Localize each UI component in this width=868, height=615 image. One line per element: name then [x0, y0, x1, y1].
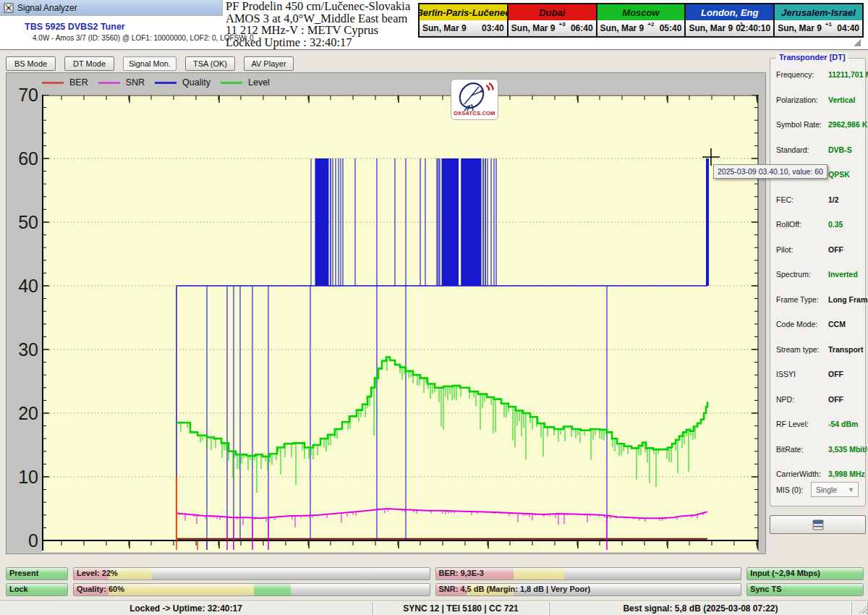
mis-row: MIS (0): Single ▼ — [776, 482, 861, 497]
field-value: -54 dBm — [828, 420, 858, 428]
clock-date: Sun, Mar 9 — [511, 23, 556, 33]
field-label: Polarization: — [776, 96, 828, 104]
tab-tsa-ok-[interactable]: TSA (OK) — [185, 56, 235, 71]
field-value: QPSK — [828, 170, 850, 179]
field-value: OFF — [828, 395, 843, 404]
field-label: NPD: — [776, 395, 828, 404]
mis-select[interactable]: Single ▼ — [811, 482, 859, 497]
field-value: Long Frame — [828, 295, 868, 304]
clock-time-row: Sun, Mar 903:40 — [420, 20, 507, 36]
clock-moscow: Moscow Sun, Mar 9+205:40 — [597, 4, 685, 36]
clock-date: Sun, Mar 9 — [600, 23, 644, 33]
chart-legend: BERSNRQualityLevel — [42, 77, 270, 88]
transponder-row-npd: NPD:OFF — [776, 395, 859, 404]
transponder-groupbox: Transponder [DT] Frequency:11211,701 MHz… — [770, 58, 866, 506]
top-header-band: Signal Analyzer TBS 5925 DVBS2 Tuner 4.0… — [0, 0, 868, 51]
legend-label: Level — [248, 77, 270, 88]
y-axis-label: 60 — [9, 148, 38, 169]
transponder-row-streamtype: Stream type:Transport — [776, 345, 859, 354]
transponder-row-frequency: Frequency:11211,701 MHz — [776, 70, 859, 79]
legend-item-level: Level — [221, 77, 270, 88]
field-label: BitRate: — [776, 445, 828, 454]
input-indicator: Input (~2,94 Mbps) — [746, 567, 864, 580]
meter-segment-yellow — [109, 584, 254, 595]
transponder-column: Transponder [DT] Frequency:11211,701 MHz… — [767, 51, 868, 557]
lock-indicator: Lock — [6, 583, 68, 596]
clock-resize-grip[interactable] — [854, 39, 861, 46]
field-value: Vertical — [828, 96, 855, 104]
tab-dt-mode[interactable]: DT Mode — [64, 56, 114, 71]
clock-time-row: Sun, Mar 9+104:40 — [775, 20, 862, 36]
dxsatcs-logo: DXSATCS.COM — [451, 79, 498, 120]
station-header-text: PF Prodelin 450 cm/Lučenec-SlovakiaAMOS … — [226, 1, 421, 48]
quality-meter: Quality: 60% — [73, 583, 430, 596]
meter-label: Input (~2,94 Mbps) — [750, 569, 820, 577]
field-value: OFF — [828, 370, 843, 378]
legend-swatch — [155, 82, 176, 84]
mis-label: MIS (0): — [776, 485, 811, 494]
world-clocks: Berlin-Paris-Lučenec Sun, Mar 903:40Duba… — [418, 3, 864, 38]
clock-london-eng: London, Eng Sun, Mar 9-102:40:10 — [686, 4, 773, 36]
tab-av-player[interactable]: AV Player — [244, 56, 294, 71]
transponder-row-spectrum: Spectrum:Inverted — [776, 270, 859, 279]
clock-city: Moscow — [597, 4, 685, 20]
signal-chart-panel: BERSNRQualityLevel DXSATCS.COM 010203040… — [6, 72, 766, 554]
statusbar-segment-1: SYNC 12 | TEI 5180 | CC 721 — [373, 602, 550, 615]
clock-city: Jerusalem-Israel — [775, 4, 862, 20]
transponder-row-carrierwidth: CarrierWidth:3,998 MHz — [776, 470, 859, 478]
table-icon — [812, 519, 824, 530]
field-label: FEC: — [776, 195, 828, 204]
field-label: CarrierWidth: — [776, 470, 828, 478]
clock-time: 04:40 — [837, 23, 859, 33]
field-label: Code Mode: — [776, 320, 828, 328]
chevron-down-icon: ▼ — [848, 486, 854, 493]
window-resize-grip[interactable] — [859, 605, 867, 614]
chart-tooltip: 2025-03-09 03.40.10, value: 60 — [713, 164, 827, 179]
legend-swatch — [42, 82, 64, 84]
transponder-title: Transponder [DT] — [776, 53, 848, 62]
syncts-indicator: Sync TS — [746, 583, 864, 596]
stream-tool-button[interactable] — [770, 515, 866, 534]
transponder-row-symbolrate: Symbol Rate:2962,986 KS/s — [776, 120, 859, 129]
transponder-row-polarization: Polarization:Vertical — [776, 96, 859, 104]
y-axis-label: 40 — [9, 276, 38, 297]
ber-meter: BER: 9,3E-3 — [435, 567, 742, 580]
statusbar: Locked -> Uptime: 32:40:17SYNC 12 | TEI … — [0, 601, 868, 615]
present-indicator: Present — [6, 567, 68, 580]
transponder-row-pilot: Pilot:OFF — [776, 245, 859, 254]
field-value: OFF — [828, 245, 843, 254]
legend-swatch — [221, 82, 242, 84]
clock-time-row: Sun, Mar 9+306:40 — [509, 20, 596, 36]
clock-utc-offset: -1 — [738, 21, 743, 27]
transponder-row-codemode: Code Mode:CCM — [776, 320, 859, 328]
tuner-info: TBS 5925 DVBS2 Tuner 4.0W - Amos 3/7 (ID… — [25, 22, 254, 42]
field-value: 3,535 Mbit/s — [828, 445, 868, 454]
clock-city: London, Eng — [686, 4, 773, 20]
meter-label: Sync TS — [750, 585, 781, 593]
tab-bs-mode[interactable]: BS Mode — [6, 56, 56, 71]
field-value: Inverted — [828, 270, 858, 279]
legend-item-ber: BER — [42, 77, 88, 88]
field-label: RollOff: — [776, 220, 828, 229]
y-axis-label: 20 — [9, 403, 38, 424]
mis-selected-value: Single — [816, 485, 837, 494]
logo-text: DXSATCS.COM — [454, 110, 495, 116]
signal-analyzer-window: Signal Analyzer TBS 5925 DVBS2 Tuner 4.0… — [0, 0, 868, 615]
level-meter: Level: 22% — [73, 567, 430, 580]
field-value: 2962,986 KS/s — [828, 120, 868, 129]
y-axis-label: 50 — [9, 212, 38, 233]
clock-date: Sun, Mar 9 — [689, 23, 733, 33]
transponder-row-bitrate: BitRate:3,535 Mbit/s — [776, 445, 859, 454]
clock-time: 05:40 — [660, 23, 682, 33]
clock-date: Sun, Mar 9 — [422, 23, 467, 33]
window-titlebar[interactable]: Signal Analyzer — [0, 0, 223, 16]
field-label: RF Level: — [776, 420, 828, 428]
clock-utc-offset: +3 — [558, 21, 565, 27]
chart-plot-area[interactable]: DXSATCS.COM — [42, 95, 759, 552]
legend-item-quality: Quality — [155, 77, 210, 88]
meter-label: Level: 22% — [77, 569, 118, 577]
tab-signal-mon-[interactable]: Signal Mon. — [123, 56, 176, 71]
transponder-row-fec: FEC:1/2 — [776, 195, 859, 204]
signal-chart[interactable] — [42, 95, 759, 552]
clock-time: 03:40 — [482, 23, 504, 33]
